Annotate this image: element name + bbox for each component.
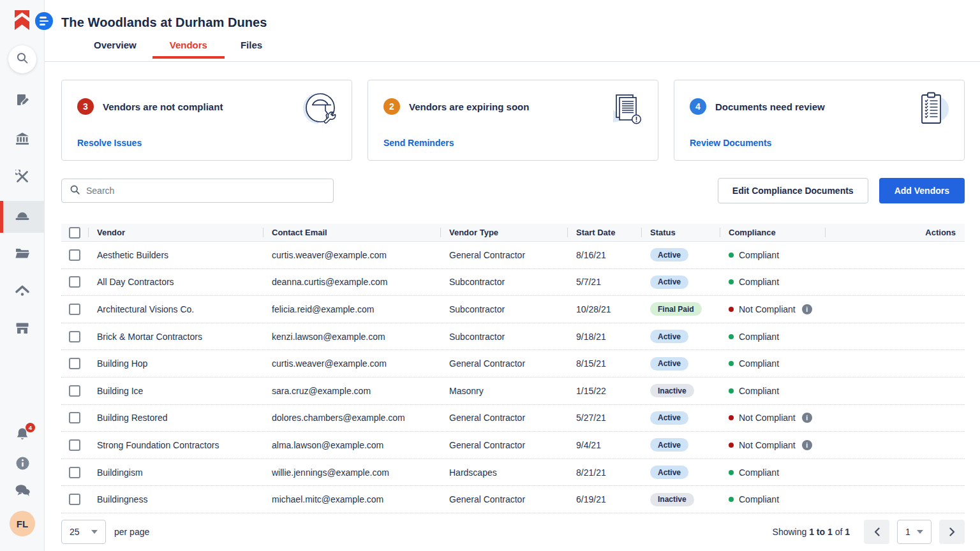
column-header-contact-email[interactable]: Contact Email xyxy=(263,224,440,241)
compliance-cell: Compliant i xyxy=(720,277,825,287)
vendor-name: Brick & Mortar Contractors xyxy=(88,332,263,342)
vendor-type: Subcontractor xyxy=(440,304,567,314)
count-badge: 4 xyxy=(690,98,706,115)
sidebar-item-files[interactable] xyxy=(0,239,45,270)
sidebar-search-button[interactable] xyxy=(8,45,36,73)
count-badge: 3 xyxy=(77,98,94,115)
app-window: 4 FL The Woodlands at Durham Dunes xyxy=(0,0,980,551)
page-number-select[interactable]: 1 xyxy=(897,520,932,544)
compliance-label: Compliant xyxy=(739,494,779,504)
column-header-start-date[interactable]: Start Date xyxy=(567,224,641,241)
info-icon[interactable]: i xyxy=(802,440,812,450)
sidebar-item-financial[interactable] xyxy=(0,124,45,156)
compliance-cell: Compliant i xyxy=(720,494,825,504)
compliance-label: Compliant xyxy=(739,467,779,478)
sidebar-item-estimates[interactable] xyxy=(0,85,45,117)
review-documents-link[interactable]: Review Documents xyxy=(690,138,771,148)
add-vendors-button[interactable]: Add Vendors xyxy=(879,178,965,203)
table-row[interactable]: Building Hop curtis.weaver@example.com G… xyxy=(61,350,965,378)
next-page-button[interactable] xyxy=(939,520,965,544)
start-date: 1/15/22 xyxy=(567,386,641,396)
row-checkbox[interactable] xyxy=(69,439,80,451)
chat-bubbles-icon xyxy=(15,484,30,499)
sidebar-item-vendors[interactable] xyxy=(0,201,45,233)
vendor-name: All Day Contractors xyxy=(88,277,263,287)
table-row[interactable]: Building Ice sara.cruz@example.com Mason… xyxy=(61,378,965,405)
row-checkbox[interactable] xyxy=(69,494,80,505)
tab-vendors[interactable]: Vendors xyxy=(170,40,207,59)
row-checkbox[interactable] xyxy=(69,249,80,261)
row-checkbox[interactable] xyxy=(69,385,80,397)
row-checkbox[interactable] xyxy=(69,467,80,478)
status-badge: Active xyxy=(650,357,688,371)
row-checkbox[interactable] xyxy=(69,331,80,342)
table-row[interactable]: Aesthetic Builders curtis.weaver@example… xyxy=(61,242,965,269)
contact-email: deanna.curtis@example.com xyxy=(263,277,440,287)
per-page-select[interactable]: 25 xyxy=(61,520,106,544)
tab-bar: Overview Vendors Files xyxy=(94,40,965,59)
chevron-down-icon xyxy=(91,530,98,534)
tab-files[interactable]: Files xyxy=(241,40,262,59)
vendor-name: Building Hop xyxy=(88,358,263,369)
compliance-cell: Compliant i xyxy=(720,332,825,342)
sidebar-item-tools[interactable] xyxy=(0,162,45,194)
sidebar-item-marketplace[interactable] xyxy=(0,314,45,346)
table-row[interactable]: Buildingness michael.mitc@example.com Ge… xyxy=(61,486,965,513)
row-checkbox[interactable] xyxy=(69,304,80,315)
send-reminders-link[interactable]: Send Reminders xyxy=(383,138,454,148)
table-row[interactable]: Building Restored dolores.chambers@examp… xyxy=(61,405,965,432)
tab-overview[interactable]: Overview xyxy=(94,40,137,59)
column-header-vendor[interactable]: Vendor xyxy=(88,224,263,241)
per-page-value: 25 xyxy=(70,527,80,537)
sidebar-item-info[interactable] xyxy=(0,450,45,478)
sidebar-item-notifications[interactable]: 4 xyxy=(0,422,45,450)
per-page-label: per page xyxy=(114,527,149,537)
avatar[interactable]: FL xyxy=(10,511,35,536)
info-icon[interactable]: i xyxy=(802,304,812,314)
compliance-dot-icon xyxy=(729,253,734,258)
column-header-compliance[interactable]: Compliance xyxy=(720,224,825,241)
vendor-type: General Contractor xyxy=(440,358,567,369)
table-row[interactable]: All Day Contractors deanna.curtis@exampl… xyxy=(61,269,965,297)
sidebar-item-warranty[interactable] xyxy=(0,276,45,308)
vendor-name: Architectural Visions Co. xyxy=(88,304,263,314)
vendor-type: General Contractor xyxy=(440,413,567,423)
row-checkbox[interactable] xyxy=(69,412,80,423)
table-row[interactable]: Brick & Mortar Contractors kenzi.lawson@… xyxy=(61,323,965,351)
column-header-status[interactable]: Status xyxy=(641,224,720,241)
compliance-label: Compliant xyxy=(739,332,779,342)
card-title: Vendors are expiring soon xyxy=(409,101,529,112)
row-checkbox[interactable] xyxy=(69,358,80,369)
compliance-label: Compliant xyxy=(739,277,779,287)
search-icon xyxy=(16,52,29,67)
edit-compliance-documents-button[interactable]: Edit Compliance Documents xyxy=(718,178,868,203)
previous-page-button[interactable] xyxy=(864,520,889,544)
start-date: 10/28/21 xyxy=(567,304,641,314)
table-toolbar: Edit Compliance Documents Add Vendors xyxy=(61,178,965,203)
row-checkbox[interactable] xyxy=(69,276,80,288)
start-date: 9/4/21 xyxy=(567,440,641,450)
start-date: 8/15/21 xyxy=(567,358,641,369)
info-icon[interactable]: i xyxy=(802,413,812,423)
contact-email: felicia.reid@example.com xyxy=(263,304,440,314)
start-date: 8/21/21 xyxy=(567,467,641,478)
card-not-compliant: 3 Vendors are not compliant R xyxy=(61,80,352,161)
status-badge: Active xyxy=(650,330,688,343)
sidebar-item-chat[interactable] xyxy=(0,478,45,506)
notification-badge: 4 xyxy=(26,423,35,432)
table-row[interactable]: Architectural Visions Co. felicia.reid@e… xyxy=(61,296,965,323)
search-input[interactable] xyxy=(86,186,325,196)
worker-wrench-icon xyxy=(299,91,339,130)
chevron-down-icon xyxy=(917,530,923,534)
table-row[interactable]: Buildingism willie.jennings@example.com … xyxy=(61,459,965,487)
menu-toggle-button[interactable] xyxy=(35,12,53,30)
vendor-name: Strong Foundation Contractors xyxy=(88,440,263,450)
vendor-type: General Contractor xyxy=(440,250,567,260)
table-row[interactable]: Strong Foundation Contractors alma.lawso… xyxy=(61,432,965,459)
vendor-type: Subcontractor xyxy=(440,277,567,287)
status-badge: Active xyxy=(650,276,688,289)
select-all-checkbox[interactable] xyxy=(69,227,80,239)
brand-logo-icon xyxy=(13,10,31,34)
resolve-issues-link[interactable]: Resolve Issues xyxy=(77,138,142,148)
column-header-vendor-type[interactable]: Vendor Type xyxy=(440,224,567,241)
